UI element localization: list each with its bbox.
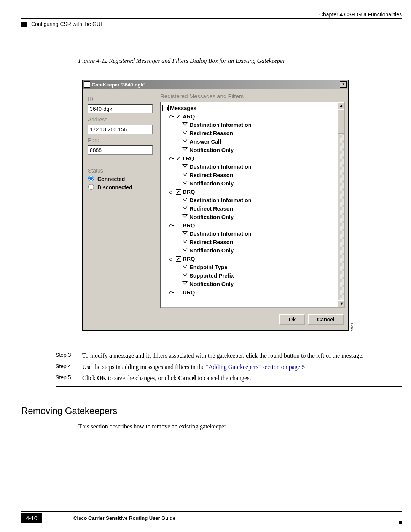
filter-icon xyxy=(182,273,188,278)
key-icon xyxy=(169,223,175,228)
filter-icon xyxy=(182,122,188,128)
filter-icon xyxy=(182,147,188,153)
step3-text: To modify a message and its filters asso… xyxy=(82,351,398,360)
port-field[interactable] xyxy=(88,145,153,155)
steps-block: Step 3 To modify a message and its filte… xyxy=(56,351,398,382)
checkbox-rrq[interactable] xyxy=(176,256,181,262)
filter-node[interactable]: Destination Information xyxy=(182,230,344,238)
message-node-brq[interactable]: BRQ xyxy=(169,221,344,230)
breadcrumb: Configuring CSR with the GUI xyxy=(21,21,402,27)
filter-node[interactable]: Destination Information xyxy=(182,196,344,204)
id-field[interactable] xyxy=(88,104,153,113)
checkbox-lrq[interactable] xyxy=(176,156,181,161)
filter-node[interactable]: Destination Information xyxy=(182,121,344,129)
message-node-urq[interactable]: URQ xyxy=(169,288,344,297)
message-node-arq[interactable]: ARQ xyxy=(169,112,344,121)
filter-node[interactable]: Notification Only xyxy=(182,246,344,255)
filter-node[interactable]: Redirect Reason xyxy=(182,171,344,179)
filter-node[interactable]: Notification Only xyxy=(182,280,344,288)
titlebar: GateKeeper '3640-dgk' × xyxy=(83,80,348,89)
app-icon xyxy=(84,81,90,88)
figure-ref-number: 63637 xyxy=(350,323,354,331)
checkbox-brq[interactable] xyxy=(176,223,181,228)
tree-view[interactable]: MessagesARQDestination InformationRedire… xyxy=(160,102,345,308)
step4-text: Use the steps in adding messages and fil… xyxy=(82,363,398,371)
filter-icon xyxy=(182,240,188,245)
filter-icon xyxy=(182,206,188,211)
page-header: Chapter 4 CSR GUI Functionalities xyxy=(21,11,402,19)
close-button[interactable]: × xyxy=(340,81,347,88)
key-icon xyxy=(169,156,175,161)
filter-node[interactable]: Redirect Reason xyxy=(182,129,344,137)
right-panel: Registered Messages and Filters Messages… xyxy=(160,93,345,308)
step3-label: Step 3 xyxy=(56,351,82,360)
footer-title: Cisco Carrier Sensitive Routing User Gui… xyxy=(73,515,175,521)
filter-icon xyxy=(182,164,188,169)
radio-connected[interactable] xyxy=(88,176,94,181)
checkbox-drq[interactable] xyxy=(176,189,181,195)
port-label: Port: xyxy=(88,137,160,143)
filter-icon xyxy=(182,265,188,270)
key-icon xyxy=(169,114,175,119)
filter-node[interactable]: Notification Only xyxy=(182,179,344,188)
filter-node[interactable]: Notification Only xyxy=(182,146,344,154)
status-disconnected[interactable]: Disconnected xyxy=(89,184,160,190)
checkbox-arq[interactable] xyxy=(176,114,181,119)
scroll-down-button[interactable]: ▾ xyxy=(338,300,345,307)
adding-gatekeepers-link[interactable]: "Adding Gatekeepers" section on page 5 xyxy=(206,364,305,370)
scrollbar[interactable]: ▴ ▾ xyxy=(338,102,344,307)
window-title: GateKeeper '3640-dgk' xyxy=(92,82,340,88)
filter-icon xyxy=(182,139,188,144)
filter-node[interactable]: Endpoint Type xyxy=(182,263,344,272)
key-icon xyxy=(169,189,175,195)
filter-node[interactable]: Redirect Reason xyxy=(182,238,344,246)
separator xyxy=(56,386,402,387)
page-number: 4-10 xyxy=(21,513,42,523)
message-node-drq[interactable]: DRQ xyxy=(169,188,344,196)
filter-icon xyxy=(182,231,188,236)
section-marker-icon xyxy=(21,22,27,27)
message-node-rrq[interactable]: RRQ xyxy=(169,255,344,263)
filter-node[interactable]: Redirect Reason xyxy=(182,204,344,213)
step5-text: Click OK to save the changes, or click C… xyxy=(82,374,398,382)
step5-label: Step 5 xyxy=(56,374,82,382)
scroll-up-button[interactable]: ▴ xyxy=(338,102,344,109)
footer-edge-marker-icon xyxy=(399,521,402,524)
figure-caption: Figure 4-12 Registered Messages and Filt… xyxy=(78,58,402,64)
ok-button[interactable]: Ok xyxy=(279,314,305,325)
status-label: Status: xyxy=(88,168,160,174)
filter-node[interactable]: Supported Prefix xyxy=(182,272,344,280)
key-icon xyxy=(169,256,175,262)
id-label: ID: xyxy=(88,96,160,102)
filter-icon xyxy=(182,131,188,136)
tree-root-messages[interactable]: Messages xyxy=(162,104,344,112)
dialog-figure: GateKeeper '3640-dgk' × ID: Address: Por… xyxy=(82,80,349,331)
filter-node[interactable]: Destination Information xyxy=(182,163,344,171)
message-node-lrq[interactable]: LRQ xyxy=(169,154,344,163)
messages-icon xyxy=(162,105,169,111)
address-label: Address: xyxy=(88,117,160,123)
filter-icon xyxy=(182,181,188,186)
scroll-thumb[interactable] xyxy=(338,109,344,134)
filter-node[interactable]: Notification Only xyxy=(182,213,344,221)
filter-node[interactable]: Answer Call xyxy=(182,137,344,146)
status-connected[interactable]: Connected xyxy=(89,176,160,182)
address-field[interactable] xyxy=(88,125,153,134)
section-body: This section describes how to remove an … xyxy=(78,423,402,430)
left-panel: ID: Address: Port: Status: Connected xyxy=(88,93,160,308)
radio-disconnected[interactable] xyxy=(88,184,94,190)
cancel-button[interactable]: Cancel xyxy=(308,314,344,325)
page-footer: 4-10 Cisco Carrier Sensitive Routing Use… xyxy=(21,511,402,523)
filter-icon xyxy=(182,248,188,253)
step4-label: Step 4 xyxy=(56,363,82,371)
filter-icon xyxy=(182,281,188,287)
gatekeeper-dialog: GateKeeper '3640-dgk' × ID: Address: Por… xyxy=(82,80,349,331)
section-heading: Removing Gatekeepers xyxy=(21,406,402,416)
key-icon xyxy=(169,290,175,295)
filter-icon xyxy=(182,198,188,203)
chapter-label: Chapter 4 CSR GUI Functionalities xyxy=(319,11,402,18)
tree-heading: Registered Messages and Filters xyxy=(160,93,345,99)
checkbox-urq[interactable] xyxy=(176,290,181,295)
filter-icon xyxy=(182,214,188,220)
button-row: Ok Cancel xyxy=(83,310,348,330)
